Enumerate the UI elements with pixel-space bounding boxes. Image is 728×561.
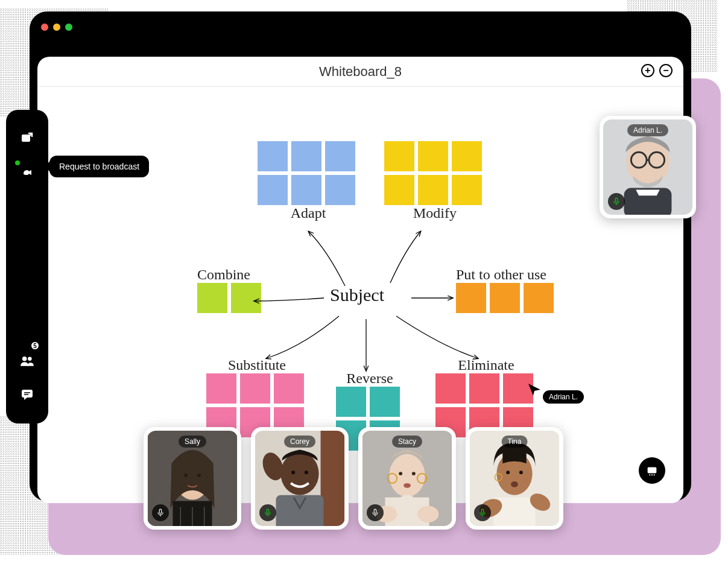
mic-indicator [152, 504, 169, 521]
sticky-note[interactable] [370, 387, 400, 417]
sticky-note[interactable] [231, 283, 261, 313]
group-label: Eliminate [435, 357, 537, 373]
plus-icon: + [645, 65, 650, 76]
group-adapt[interactable]: Adapt [258, 141, 359, 221]
svg-point-2 [28, 357, 32, 361]
svg-point-45 [519, 471, 523, 474]
participant-name: Stacy [392, 436, 422, 448]
sticky-note[interactable] [258, 141, 288, 171]
sticky-note[interactable] [435, 373, 466, 404]
svg-point-28 [291, 471, 295, 474]
sidebar: 5 [6, 110, 48, 423]
minimize-window-icon[interactable] [53, 24, 60, 31]
minus-icon: − [663, 65, 668, 76]
svg-point-8 [651, 474, 653, 475]
video-tile[interactable]: Tina [466, 427, 563, 530]
svg-rect-25 [321, 431, 345, 526]
group-label: Modify [384, 205, 486, 221]
svg-rect-27 [276, 495, 324, 526]
canvas-header: Whiteboard_8 + − [37, 57, 683, 87]
sticky-note[interactable] [469, 373, 499, 404]
sticky-note[interactable] [452, 141, 482, 171]
svg-point-7 [649, 474, 650, 475]
participant-name: Adrian L. [627, 124, 668, 136]
sticky-note[interactable] [206, 373, 236, 404]
svg-point-36 [399, 472, 402, 475]
svg-point-44 [506, 471, 510, 474]
video-tile-featured[interactable]: Adrian L. [600, 116, 696, 218]
mic-indicator [367, 504, 384, 521]
sticky-note[interactable] [258, 175, 288, 205]
chat-icon[interactable] [19, 386, 36, 403]
status-dot [15, 160, 20, 165]
board-center-label: Subject [330, 285, 384, 305]
svg-point-26 [280, 452, 318, 495]
remote-cursor-icon [527, 382, 542, 397]
video-tile[interactable]: Sally [144, 427, 241, 530]
broadcast-tooltip: Request to broadcast [49, 156, 149, 177]
svg-point-9 [654, 474, 655, 475]
mic-indicator [608, 193, 625, 210]
sticky-note[interactable] [384, 175, 414, 205]
sticky-note[interactable] [336, 387, 366, 417]
group-label: Put to other use [456, 267, 557, 283]
whiteboard-canvas[interactable]: Subject Adapt Modify Combine [86, 93, 628, 479]
participant-row: Sally Corey [144, 427, 563, 530]
sticky-note[interactable] [325, 141, 355, 171]
group-label: Combine [197, 267, 265, 283]
participants-icon[interactable] [19, 352, 36, 369]
group-label: Reverse [336, 370, 404, 387]
sticky-note[interactable] [325, 175, 355, 205]
svg-point-40 [417, 506, 439, 522]
share-screen-icon[interactable] [19, 130, 36, 147]
svg-point-29 [305, 471, 308, 474]
close-window-icon[interactable] [41, 24, 48, 31]
sticky-note[interactable] [384, 141, 414, 171]
group-combine[interactable]: Combine [197, 267, 265, 313]
group-label: Substitute [206, 357, 308, 373]
svg-point-23 [197, 474, 201, 477]
video-tile[interactable]: Corey [251, 427, 349, 530]
window-controls[interactable] [41, 24, 72, 31]
participant-name: Sally [179, 436, 206, 448]
participant-count-badge: 5 [31, 341, 39, 350]
sticky-note[interactable] [291, 175, 321, 205]
sticky-note[interactable] [418, 175, 448, 205]
sticky-note[interactable] [456, 283, 486, 313]
sticky-note[interactable] [240, 373, 270, 404]
sticky-note[interactable] [452, 175, 482, 205]
titlebar [30, 12, 691, 42]
svg-point-38 [404, 483, 411, 488]
group-eliminate[interactable]: Eliminate [435, 357, 537, 437]
group-put-other[interactable]: Put to other use [456, 267, 557, 313]
svg-point-32 [389, 454, 425, 497]
zoom-out-button[interactable]: − [659, 64, 673, 77]
sticky-note[interactable] [418, 141, 448, 171]
page-title: Whiteboard_8 [319, 64, 402, 80]
sticky-note[interactable] [291, 141, 321, 171]
svg-point-37 [412, 472, 416, 475]
mic-indicator [259, 504, 276, 521]
maximize-window-icon[interactable] [65, 24, 72, 31]
zoom-in-button[interactable]: + [641, 64, 654, 77]
svg-rect-6 [648, 468, 657, 474]
group-substitute[interactable]: Substitute [206, 357, 308, 437]
svg-point-1 [22, 357, 27, 361]
sticky-note[interactable] [197, 283, 227, 313]
svg-point-46 [511, 481, 518, 487]
svg-rect-3 [22, 390, 33, 398]
mic-indicator [474, 504, 491, 521]
participant-name: Tina [502, 436, 528, 448]
participant-name: Corey [284, 436, 315, 448]
video-tile[interactable]: Stacy [358, 427, 456, 530]
sticky-note[interactable] [524, 283, 554, 313]
sticky-note[interactable] [490, 283, 520, 313]
keyboard-float-button[interactable] [639, 457, 665, 484]
group-modify[interactable]: Modify [384, 141, 486, 221]
svg-point-22 [184, 474, 188, 477]
sticky-note[interactable] [274, 373, 304, 404]
tooltip-text: Request to broadcast [59, 162, 139, 171]
broadcast-icon[interactable] [19, 164, 36, 181]
remote-cursor-label: Adrian L. [543, 390, 584, 404]
group-label: Adapt [258, 205, 359, 221]
